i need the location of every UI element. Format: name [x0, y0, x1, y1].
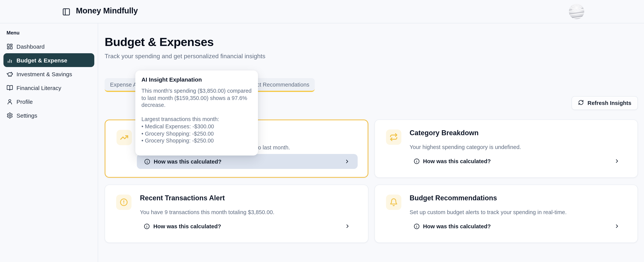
sidebar-item-label: Settings — [16, 112, 37, 119]
sidebar-item-profile[interactable]: Profile — [4, 95, 94, 108]
how-calculated-button[interactable]: How was this calculated? — [406, 219, 628, 234]
how-calculated-button[interactable]: How was this calculated? — [137, 154, 358, 169]
card-recent-transactions: Recent Transactions Alert You have 9 tra… — [105, 185, 368, 243]
sidebar-menu-label: Menu — [6, 30, 98, 36]
sidebar-item-label: Investment & Savings — [16, 71, 72, 77]
app: Money Mindfully Menu Dashboard Budget & … — [0, 0, 644, 262]
sidebar-item-dashboard[interactable]: Dashboard — [4, 39, 94, 53]
card-title: Category Breakdown — [410, 129, 478, 137]
sidebar-item-settings[interactable]: Settings — [4, 108, 94, 122]
info-icon — [414, 158, 420, 164]
sidebar-item-label: Financial Literacy — [16, 84, 61, 91]
page-subtitle: Track your spending and get personalized… — [105, 53, 638, 60]
sidebar-item-label: Dashboard — [16, 43, 45, 50]
sidebar-item-budget-expense[interactable]: Budget & Expense — [4, 53, 94, 67]
how-calculated-label: How was this calculated? — [423, 223, 491, 229]
card-description: Set up custom budget alerts to track you… — [410, 209, 566, 215]
sidebar-item-investment-savings[interactable]: Investment & Savings — [4, 67, 94, 81]
user-icon — [6, 98, 13, 105]
refresh-insights-label: Refresh Insights — [588, 100, 631, 106]
card-budget-recommendations: Budget Recommendations Set up custom bud… — [374, 185, 638, 243]
page-title: Budget & Expenses — [105, 35, 638, 49]
info-icon — [414, 223, 420, 229]
alert-circle-icon — [116, 195, 132, 210]
profile-avatar[interactable] — [569, 4, 584, 19]
book-open-icon — [6, 84, 13, 91]
popup-body: This month's spending ($3,850.00) compar… — [142, 87, 252, 144]
piggy-bank-icon — [6, 71, 13, 77]
gear-icon — [6, 112, 13, 119]
chevron-right-icon — [614, 158, 620, 164]
card-description: Your highest spending category is undefi… — [410, 144, 521, 150]
panel-left-icon — [62, 11, 70, 17]
popup-title: AI Insight Explanation — [142, 76, 252, 83]
chevron-right-icon — [344, 223, 350, 229]
top-header: Money Mindfully — [0, 0, 644, 23]
how-calculated-label: How was this calculated? — [423, 158, 491, 164]
sidebar-item-label: Profile — [16, 98, 33, 105]
card-title: Recent Transactions Alert — [140, 194, 225, 202]
how-calculated-label: How was this calculated? — [153, 223, 221, 229]
how-calculated-button[interactable]: How was this calculated? — [406, 154, 628, 169]
info-icon — [144, 223, 150, 229]
dashboard-icon — [6, 43, 13, 50]
card-category-breakdown: Category Breakdown Your highest spending… — [374, 119, 638, 178]
sidebar: Menu Dashboard Budget & Expense Investme… — [0, 23, 98, 262]
bell-icon — [386, 195, 401, 210]
sidebar-toggle-button[interactable] — [62, 8, 70, 16]
refresh-icon — [578, 100, 584, 106]
how-calculated-label: How was this calculated? — [154, 158, 222, 165]
chart-column-icon — [6, 57, 13, 63]
chevron-right-icon — [614, 223, 620, 229]
sidebar-nav: Dashboard Budget & Expense Investment & … — [0, 39, 98, 122]
sidebar-item-financial-literacy[interactable]: Financial Literacy — [4, 81, 94, 95]
ai-insight-popup: AI Insight Explanation This month's spen… — [135, 70, 258, 156]
chevron-right-icon — [344, 159, 350, 164]
refresh-insights-button[interactable]: Refresh Insights — [571, 96, 638, 110]
card-title: Budget Recommendations — [410, 194, 497, 202]
app-title: Money Mindfully — [76, 6, 138, 15]
info-icon — [144, 158, 150, 165]
trending-up-icon — [116, 130, 132, 145]
card-description: You have 9 transactions this month total… — [140, 209, 274, 215]
repeat-icon — [386, 129, 401, 145]
sidebar-item-label: Budget & Expense — [16, 57, 67, 63]
how-calculated-button[interactable]: How was this calculated? — [136, 219, 358, 234]
